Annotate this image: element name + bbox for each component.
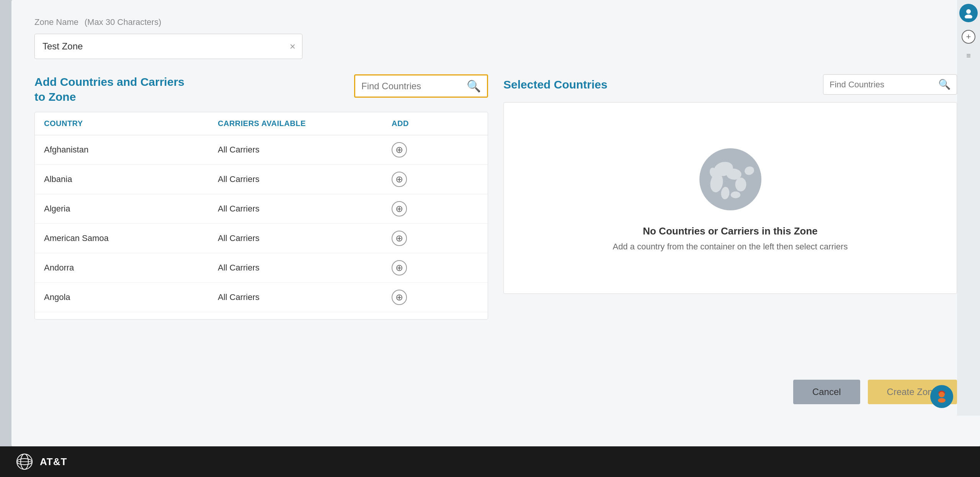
add-country-button[interactable]: ⊕ (392, 260, 407, 275)
right-panel: Selected Countries 🔍 (503, 74, 957, 320)
right-sidebar: + ≡ (957, 0, 980, 416)
table-body: Afghanistan All Carriers ⊕ Albania All C… (35, 135, 488, 319)
left-header: Add Countries and Carriers to Zone 🔍 (34, 74, 488, 104)
body-split: Add Countries and Carriers to Zone 🔍 COU… (34, 74, 957, 320)
countries-table: COUNTRY CARRIERS AVAILABLE ADD Afghanist… (34, 112, 488, 320)
globe-icon (696, 145, 765, 214)
svg-point-12 (938, 398, 946, 403)
country-name: Angola (44, 292, 218, 302)
main-container: Zone Name (Max 30 Characters) × Add Coun… (11, 0, 980, 446)
add-countries-title: Add Countries and Carriers to Zone (34, 74, 188, 104)
bottom-bar: AT&T (0, 446, 980, 477)
country-name: American Samoa (44, 233, 218, 243)
left-panel: Add Countries and Carriers to Zone 🔍 COU… (34, 74, 488, 320)
country-name: Albania (44, 174, 218, 184)
user-profile-button[interactable] (959, 4, 978, 22)
menu-icon[interactable]: ≡ (966, 51, 971, 60)
carriers-value: All Carriers (218, 263, 392, 273)
att-globe-icon (15, 452, 34, 471)
carriers-value: All Carriers (218, 174, 392, 184)
find-countries-right-wrapper: 🔍 (823, 74, 957, 95)
zone-name-clear-button[interactable]: × (290, 41, 296, 52)
table-row: American Samoa All Carriers ⊕ (35, 224, 488, 253)
zone-name-text: Zone Name (34, 17, 78, 27)
country-name: Algeria (44, 204, 218, 214)
svg-point-4 (735, 177, 746, 191)
carriers-value: All Carriers (218, 204, 392, 214)
carriers-value: All Carriers (218, 233, 392, 243)
add-button[interactable]: + (962, 30, 975, 44)
att-brand-text: AT&T (40, 456, 67, 468)
att-logo: AT&T (15, 452, 67, 471)
table-row: Andorra All Carriers ⊕ (35, 253, 488, 283)
zone-name-input[interactable] (34, 34, 302, 59)
cancel-button[interactable]: Cancel (793, 380, 860, 404)
add-country-button[interactable]: ⊕ (392, 172, 407, 187)
add-country-button[interactable]: ⊕ (392, 142, 407, 157)
empty-state: No Countries or Carriers in this Zone Ad… (503, 102, 957, 294)
table-row: Afghanistan All Carriers ⊕ (35, 135, 488, 165)
empty-state-subtitle: Add a country from the container on the … (613, 242, 848, 252)
right-header: Selected Countries 🔍 (503, 74, 957, 95)
add-country-button[interactable]: ⊕ (392, 290, 407, 305)
table-header: COUNTRY CARRIERS AVAILABLE ADD (35, 112, 488, 135)
svg-point-0 (699, 148, 761, 210)
col-carriers: CARRIERS AVAILABLE (218, 119, 392, 128)
zone-name-input-wrapper: × (34, 34, 302, 59)
table-row: Angola All Carriers ⊕ (35, 283, 488, 312)
svg-point-9 (966, 9, 971, 14)
carriers-value: All Carriers (218, 145, 392, 155)
find-countries-left-wrapper: 🔍 (354, 74, 488, 98)
country-name: Andorra (44, 263, 218, 273)
add-country-button[interactable]: ⊕ (392, 201, 407, 216)
svg-point-10 (965, 15, 972, 18)
search-icon-right[interactable]: 🔍 (938, 79, 951, 90)
find-countries-left-input[interactable] (361, 81, 467, 92)
table-row: Algeria All Carriers ⊕ (35, 194, 488, 224)
svg-point-7 (730, 191, 740, 198)
modal-content: Zone Name (Max 30 Characters) × Add Coun… (11, 0, 980, 331)
zone-name-label: Zone Name (Max 30 Characters) (34, 15, 957, 28)
carriers-value: All Carriers (218, 292, 392, 302)
support-chat-button[interactable] (930, 385, 953, 408)
find-countries-right-input[interactable] (830, 80, 938, 90)
col-add: ADD (392, 119, 479, 128)
country-name: Afghanistan (44, 145, 218, 155)
selected-countries-title: Selected Countries (503, 78, 608, 91)
col-country: COUNTRY (44, 119, 218, 128)
zone-name-section: Zone Name (Max 30 Characters) × (34, 15, 957, 59)
empty-state-title: No Countries or Carriers in this Zone (643, 225, 818, 237)
add-country-button[interactable]: ⊕ (392, 231, 407, 246)
table-row: Albania All Carriers ⊕ (35, 165, 488, 194)
table-row: Anguilla All Carriers ⊕ (35, 312, 488, 319)
zone-name-sublabel: (Max 30 Characters) (85, 17, 162, 27)
search-icon-left[interactable]: 🔍 (467, 79, 481, 93)
